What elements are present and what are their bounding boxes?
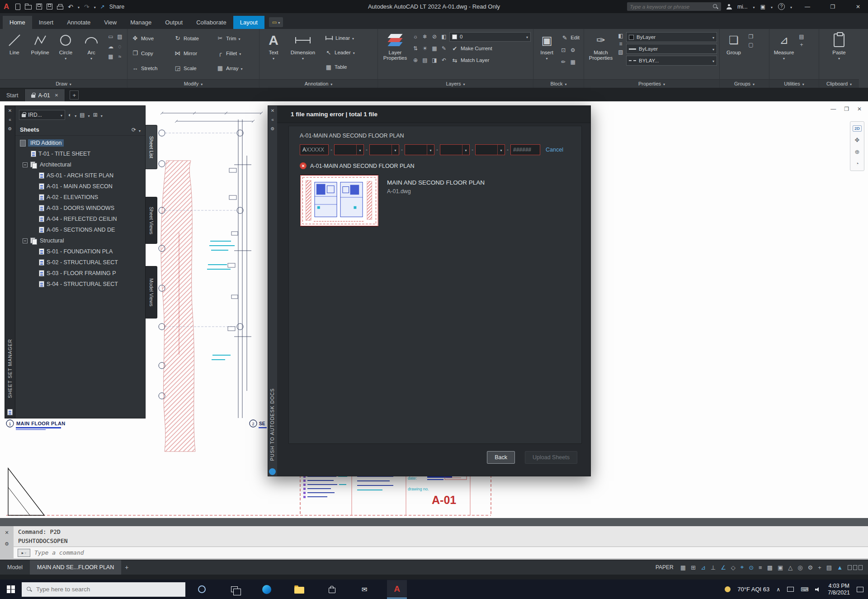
tree-item-sheet[interactable]: A-03 - DOORS WINDOWS — [15, 203, 145, 214]
help-icon[interactable]: ? — [778, 3, 785, 10]
make-current-button[interactable]: ✔Make Current — [449, 45, 494, 52]
grid-icon[interactable]: ▦ — [680, 564, 686, 571]
layer-edit-icon[interactable]: ✎ — [440, 44, 448, 52]
help-caret-icon[interactable] — [790, 4, 792, 10]
save-icon[interactable] — [36, 4, 42, 10]
taskbar-search-input[interactable] — [36, 586, 180, 593]
panel-label-utilities[interactable]: Utilities — [769, 79, 819, 88]
tab-output[interactable]: Output — [158, 16, 189, 29]
sheet-selections-icon[interactable]: ⊞ — [93, 112, 98, 118]
tab-sheet-list[interactable]: Sheet List — [146, 125, 157, 169]
tree-item-sheet[interactable]: A-04 - REFLECTED CEILIN — [15, 214, 145, 224]
polar-tracking-icon[interactable]: ∠ — [721, 564, 726, 571]
layer-thaw-icon[interactable]: ☀ — [421, 44, 429, 52]
layer-prev-icon[interactable]: ↶ — [440, 56, 448, 64]
segment-dropdown-5[interactable] — [475, 144, 505, 155]
tree-item-sheet[interactable]: A-01 - MAIN AND SECON — [15, 181, 145, 192]
annotation-visibility-icon[interactable]: △ — [788, 564, 793, 571]
tree-item-sheet[interactable]: S-02 - STRUCTURAL SECT — [15, 257, 145, 268]
tree-item-sheet[interactable]: AS-01 - ARCH SITE PLAN — [15, 170, 145, 181]
volume-icon[interactable] — [815, 587, 821, 592]
hatch-icon[interactable]: ▨ — [116, 33, 124, 41]
dropdown-caret-icon[interactable] — [462, 145, 469, 155]
file-tab-start[interactable]: Start — [0, 89, 25, 101]
refresh-icon[interactable]: ⟳ — [132, 127, 136, 133]
snap-icon[interactable]: ⊞ — [691, 564, 696, 571]
transparency-icon[interactable]: ▩ — [767, 564, 773, 571]
ribbon-options-button[interactable]: ▭ — [269, 17, 283, 27]
collapse-icon[interactable] — [23, 238, 28, 243]
object-color-select[interactable]: ByLayer — [626, 32, 717, 42]
isodraft-icon[interactable]: ◇ — [731, 564, 736, 571]
tab-layout-sheet[interactable]: MAIN AND SE...FLOOR PLAN — [30, 560, 121, 575]
tab-insert[interactable]: Insert — [32, 16, 61, 29]
tree-item-sheet-set[interactable]: IRD Addition — [15, 138, 145, 148]
fillet-button[interactable]: ╭Fillet — [215, 46, 256, 61]
panel-label-groups[interactable]: Groups — [720, 79, 769, 88]
cortana-button[interactable] — [185, 580, 218, 599]
dropdown-caret-icon[interactable] — [392, 145, 399, 155]
undo-caret-icon[interactable] — [78, 4, 80, 10]
edge-button[interactable] — [250, 580, 283, 599]
palette-bottom-sheet-icon[interactable] — [7, 409, 13, 415]
caret-icon[interactable] — [75, 111, 76, 119]
autocad-taskbar-button[interactable]: A — [381, 580, 413, 599]
match-properties-button[interactable]: ✑ Match Properties — [586, 31, 615, 79]
layer-freeze-icon[interactable]: ❄ — [421, 33, 429, 41]
panel-label-properties[interactable]: Properties — [584, 79, 719, 88]
zoom-icon[interactable]: ⊕ — [855, 148, 860, 155]
user-avatar-icon[interactable] — [726, 4, 732, 10]
minimize-button[interactable]: — — [797, 0, 817, 13]
rotate-button[interactable]: ↻Rotate — [172, 31, 215, 46]
app-store-icon[interactable]: ▣ — [760, 4, 765, 10]
osnap-icon[interactable]: ⊙ — [749, 564, 754, 571]
tree-item-sheet[interactable]: S-03 - FLOOR FRAMING P — [15, 268, 145, 279]
layer-walk-icon[interactable]: ▦ — [430, 44, 439, 52]
panel-label-modify[interactable]: Modify — [127, 79, 259, 88]
segment-dropdown-1[interactable] — [334, 144, 364, 155]
user-label[interactable]: mi... — [737, 4, 748, 10]
new-file-icon[interactable] — [15, 4, 20, 10]
store-button[interactable] — [316, 580, 348, 599]
drawing-minimize-icon[interactable]: — — [830, 106, 836, 112]
drawing-restore-icon[interactable]: ❐ — [844, 106, 849, 112]
collapse-icon[interactable] — [23, 162, 28, 167]
command-options-icon[interactable]: ▸ — [18, 549, 30, 557]
palette-title-strip[interactable]: ✕ « ⚙ SHEET SET MANAGER — [5, 105, 15, 418]
block-edit-button[interactable]: ✎Edit — [559, 31, 581, 44]
redo-caret-icon[interactable] — [94, 4, 96, 10]
linetype-select[interactable]: BYLAY... — [626, 56, 717, 66]
caret-icon[interactable] — [139, 126, 141, 134]
tab-model[interactable]: Model — [0, 560, 30, 575]
tab-layout[interactable]: Layout — [233, 16, 264, 29]
quick-properties-icon[interactable]: ▤ — [826, 564, 832, 571]
annotation-scale-icon[interactable]: ◎ — [797, 564, 802, 571]
tray-chevron-icon[interactable]: ∧ — [776, 586, 780, 593]
selection-cycling-icon[interactable]: ▣ — [778, 564, 783, 571]
block-create-icon[interactable]: ✏ — [559, 58, 567, 66]
help-search-input[interactable] — [630, 4, 710, 10]
command-wrench-icon[interactable]: ⚙ — [5, 541, 9, 547]
line-button[interactable]: Line — [2, 31, 27, 79]
new-layout-button[interactable]: + — [125, 564, 128, 571]
revision-cloud-icon[interactable]: ☁ — [107, 43, 115, 51]
graphics-performance-icon[interactable]: ▲ — [837, 564, 843, 571]
panel-label-layers[interactable]: Layers — [378, 79, 533, 88]
list-icon[interactable]: ≡ — [617, 40, 625, 48]
tree-item-subset[interactable]: Structural — [15, 235, 145, 246]
infer-constraints-icon[interactable]: ⊿ — [701, 564, 706, 571]
display-icon[interactable] — [787, 587, 794, 592]
move-button[interactable]: ✥Move — [130, 31, 172, 46]
name-prefix-field[interactable]: A XXXXX — [300, 144, 329, 155]
mail-button[interactable]: ✉ — [348, 580, 381, 599]
workspace-switching-icon[interactable]: ⚙ — [808, 564, 813, 571]
circle-button[interactable]: Circle — [54, 31, 78, 79]
tab-manage[interactable]: Manage — [123, 16, 158, 29]
palette-close-icon[interactable]: ✕ — [8, 108, 12, 113]
dropdown-caret-icon[interactable] — [356, 145, 363, 155]
dialog-close-icon[interactable]: ✕ — [271, 108, 274, 113]
text-button[interactable]: A Text — [262, 31, 285, 79]
copy-button[interactable]: ❐Copy — [130, 46, 172, 61]
sheet-set-status-icon[interactable]: ◐ — [68, 112, 71, 118]
dimension-button[interactable]: Dimension — [287, 31, 319, 79]
